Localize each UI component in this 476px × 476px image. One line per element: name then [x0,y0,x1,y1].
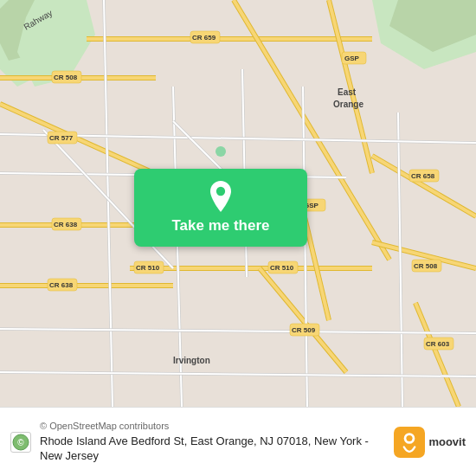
osm-logo: © [10,432,31,453]
osm-credit: © OpenStreetMap contributors [40,421,385,431]
svg-text:Orange: Orange [333,100,363,109]
address-text: Rhode Island Ave Bedford St, East Orange… [40,434,385,464]
svg-point-90 [407,434,413,441]
svg-text:CR 658: CR 658 [411,172,435,180]
moovit-icon [394,427,425,458]
svg-text:East: East [338,87,357,97]
svg-text:CR 510: CR 510 [270,264,294,272]
take-me-there-label: Take me there [171,217,269,235]
svg-point-85 [216,187,225,196]
svg-point-84 [215,146,226,157]
svg-text:CR 603: CR 603 [426,340,450,348]
bottom-info-bar: © © OpenStreetMap contributors Rhode Isl… [0,407,476,476]
svg-text:CR 508: CR 508 [414,262,438,270]
svg-text:Irvington: Irvington [173,356,210,365]
svg-text:GSP: GSP [344,55,360,62]
svg-text:CR 508: CR 508 [54,74,78,81]
moovit-logo: moovit [394,427,466,458]
take-me-there-button[interactable]: Take me there [134,169,307,247]
map-view: Rahway East Orange [0,0,476,407]
svg-text:CR 510: CR 510 [136,264,160,272]
svg-text:CR 509: CR 509 [292,326,316,334]
svg-text:©: © [17,438,24,447]
svg-text:CR 638: CR 638 [49,281,74,289]
moovit-brand-text: moovit [428,435,466,448]
svg-text:CR 577: CR 577 [49,134,74,142]
svg-text:CR 638: CR 638 [54,221,78,228]
bottom-text-block: © OpenStreetMap contributors Rhode Islan… [40,421,385,464]
svg-text:CR 659: CR 659 [192,34,216,42]
location-pin-icon [205,181,236,212]
